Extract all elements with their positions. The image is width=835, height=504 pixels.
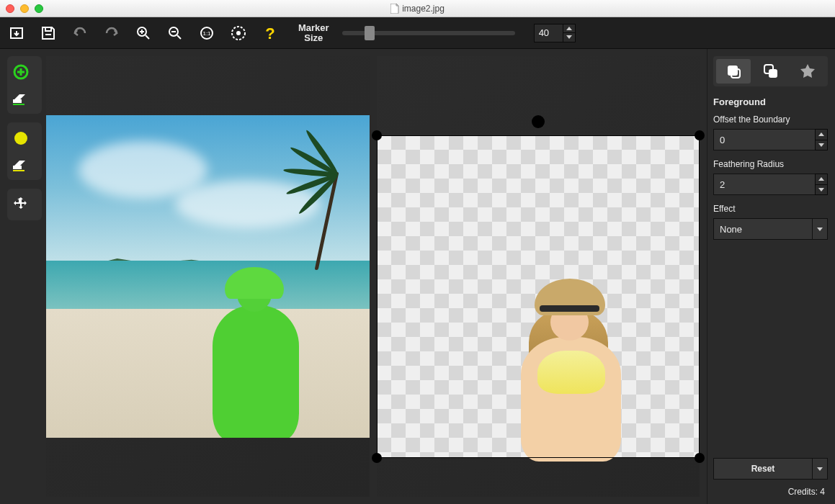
window-titlebar: image2.jpg <box>0 0 835 17</box>
zoom-out-button[interactable] <box>164 22 186 44</box>
feathering-value[interactable]: 2 <box>713 174 815 195</box>
crop-handle-rotate[interactable] <box>532 115 545 128</box>
source-image <box>46 115 370 438</box>
zoom-actual-icon: 1:1 <box>198 24 215 42</box>
background-tab-icon <box>763 63 779 79</box>
file-icon <box>390 4 399 14</box>
window-title: image2.jpg <box>0 4 835 14</box>
eraser-yellow-icon <box>12 157 30 171</box>
slider-thumb[interactable] <box>365 26 375 40</box>
tab-foreground[interactable] <box>716 59 751 84</box>
help-icon: ? <box>262 24 279 42</box>
zoom-fit-button[interactable] <box>228 22 249 44</box>
svg-rect-8 <box>13 99 22 103</box>
marker-size-step-down[interactable] <box>563 32 575 42</box>
fullscreen-window-button[interactable] <box>35 4 43 13</box>
zoom-actual-button[interactable]: 1:1 <box>196 22 218 44</box>
zoom-in-button[interactable] <box>133 22 154 44</box>
add-foreground-marker-button[interactable] <box>7 59 35 85</box>
reset-button[interactable]: Reset <box>713 458 812 480</box>
help-button[interactable]: ? <box>259 22 281 44</box>
svg-point-5 <box>236 31 241 35</box>
file-name: image2.jpg <box>402 4 445 14</box>
undo-button[interactable] <box>69 22 91 44</box>
properties-panel: Foreground Offset the Boundary 0 Feather… <box>707 49 835 504</box>
redo-icon <box>103 24 120 42</box>
feathering-step-up[interactable] <box>816 174 827 184</box>
offset-value[interactable]: 0 <box>713 129 815 150</box>
crop-handle-bl[interactable] <box>372 453 382 463</box>
effect-select[interactable]: None <box>713 218 828 240</box>
section-title: Foreground <box>713 96 828 107</box>
undo-icon <box>71 24 89 42</box>
svg-rect-11 <box>13 166 22 169</box>
effect-value: None <box>713 218 812 240</box>
tab-background[interactable] <box>754 59 788 84</box>
top-toolbar: 1:1 ? Marker Size 40 <box>0 17 835 49</box>
svg-point-10 <box>14 132 27 145</box>
svg-text:1:1: 1:1 <box>202 30 211 37</box>
marker-size-slider[interactable] <box>342 31 515 35</box>
result-preview-panel[interactable] <box>377 56 700 497</box>
result-image <box>377 135 700 458</box>
chevron-down-icon <box>817 467 823 471</box>
marker-size-value[interactable]: 40 <box>534 24 563 42</box>
effect-dropdown-arrow <box>812 218 828 240</box>
zoom-in-icon <box>135 24 152 42</box>
zoom-out-icon <box>166 24 184 42</box>
marker-size-input[interactable]: 40 <box>534 24 576 42</box>
chevron-up-icon <box>818 177 824 181</box>
cutout-subject <box>499 290 635 458</box>
add-background-marker-button[interactable] <box>7 125 35 151</box>
left-toolbar <box>0 49 42 504</box>
offset-step-up[interactable] <box>816 130 827 140</box>
pan-tool-button[interactable] <box>7 192 35 217</box>
chevron-down-icon <box>818 188 824 192</box>
credits-display: Credits: 4 <box>713 487 828 497</box>
chevron-down-icon <box>818 143 824 147</box>
chevron-down-icon <box>817 228 823 231</box>
save-icon <box>40 24 57 42</box>
close-window-button[interactable] <box>6 4 14 13</box>
foreground-tab-icon <box>725 63 741 79</box>
feathering-input[interactable]: 2 <box>713 174 828 195</box>
open-file-icon <box>8 24 25 42</box>
feathering-step-down[interactable] <box>816 184 827 195</box>
svg-rect-12 <box>13 170 24 171</box>
feathering-label: Feathering Radius <box>713 159 828 169</box>
zoom-fit-icon <box>230 24 247 42</box>
effect-label: Effect <box>713 204 828 214</box>
chevron-up-icon <box>818 132 824 136</box>
marker-size-label: Marker Size <box>298 23 329 42</box>
marker-size-step-up[interactable] <box>563 24 575 33</box>
open-file-button[interactable] <box>6 22 27 44</box>
save-button[interactable] <box>37 22 59 44</box>
crop-handle-br[interactable] <box>695 453 705 463</box>
erase-background-marker-button[interactable] <box>7 151 35 177</box>
svg-rect-9 <box>13 104 24 105</box>
offset-input[interactable]: 0 <box>713 129 828 150</box>
workspace <box>42 49 707 504</box>
redo-button[interactable] <box>101 22 122 44</box>
star-icon <box>800 63 816 79</box>
circle-yellow-icon <box>12 130 30 147</box>
svg-rect-13 <box>728 66 738 76</box>
panel-tabs <box>713 56 828 86</box>
offset-step-down[interactable] <box>816 140 827 150</box>
svg-rect-16 <box>769 69 777 78</box>
add-circle-icon <box>12 63 30 81</box>
chevron-up-icon <box>566 27 572 30</box>
eraser-green-icon <box>12 91 30 105</box>
crop-handle-tl[interactable] <box>372 130 382 140</box>
erase-foreground-marker-button[interactable] <box>7 85 35 111</box>
foreground-mask-overlay <box>188 276 311 438</box>
crop-handle-tr[interactable] <box>695 130 705 140</box>
svg-text:?: ? <box>265 24 274 42</box>
offset-label: Offset the Boundary <box>713 114 828 125</box>
source-image-panel[interactable] <box>46 56 370 497</box>
chevron-down-icon <box>566 35 572 39</box>
minimize-window-button[interactable] <box>20 4 29 13</box>
reset-dropdown[interactable] <box>812 458 828 480</box>
move-icon <box>12 196 30 213</box>
tab-favorites[interactable] <box>790 59 825 84</box>
